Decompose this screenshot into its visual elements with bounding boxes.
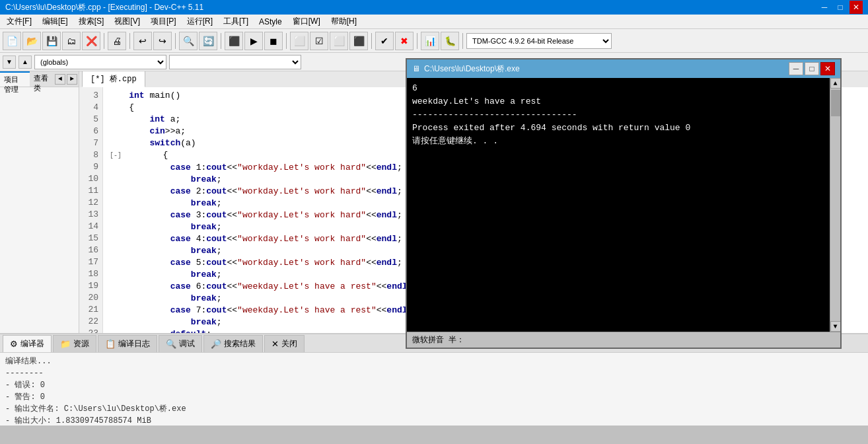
compile-btn[interactable]: ✔ [375,32,394,50]
menu-view[interactable]: 视图[V] [110,15,144,28]
tab-project-manager[interactable]: 项目管理 [0,71,30,87]
compile-log-tab-label: 编译日志 [118,338,150,350]
separator-6 [371,33,372,49]
menu-astyle[interactable]: AStyle [255,16,286,28]
menu-help[interactable]: 帮助[H] [327,15,361,28]
menu-edit[interactable]: 编辑[E] [38,15,72,28]
console-scrollbar[interactable]: ▲ ▼ [830,78,840,332]
collapse-icon[interactable]: [-] [110,152,122,159]
scroll-up-arrow[interactable]: ▲ [830,78,841,89]
bottom-tab-compiler[interactable]: ⚙ 编译器 [3,335,52,352]
replace-button[interactable]: 🔄 [199,32,217,50]
bottom-tab-debug[interactable]: 🔍 调试 [159,335,202,352]
menu-search[interactable]: 搜索[S] [75,15,108,28]
close-file-button[interactable]: ❌ [82,32,100,50]
toolbar: 📄 📂 💾 🗂 ❌ 🖨 ↩ ↪ 🔍 🔄 ⬛ ▶ ◼ ⬜ ☑ ⬜ ⬛ ✔ ✖ 📊 … [0,29,868,53]
open-button[interactable]: 📂 [22,32,41,50]
line-number: 11 [83,185,98,197]
run-btn[interactable]: ✖ [395,32,414,50]
title-bar: C:\Users\lu\Desktop\桥.cpp - [Executing] … [0,0,868,15]
debug-btn[interactable]: 🐛 [441,32,459,50]
search-results-tab-label: 搜索结果 [224,338,256,350]
line-number: 12 [83,197,98,209]
line-number: 15 [83,233,98,244]
bottom-tab-compile-log[interactable]: 📋 编译日志 [98,335,157,352]
tb-bookmark2[interactable]: ▲ [18,56,32,69]
close-button[interactable]: ✕ [850,1,863,14]
scroll-thumb[interactable] [831,90,840,116]
undo-button[interactable]: ↩ [133,32,152,50]
globals-dropdown[interactable]: (globals) [34,55,166,69]
tb11[interactable]: ⬛ [349,32,368,50]
output-line: 编译结果... [5,355,863,367]
keyword: cout [206,258,227,268]
line-numbers: 3456789101112131415161718192021222324252… [79,87,103,333]
separator-1 [104,33,104,49]
tb10[interactable]: ⬜ [330,32,348,50]
save-button[interactable]: 💾 [42,32,61,50]
keyword: endl [377,210,397,220]
tb-bookmark1[interactable]: ▼ [3,56,16,69]
compiler-select[interactable]: TDM-GCC 4.9.2 64-bit Release [466,33,612,49]
tb9[interactable]: ☑ [310,32,328,50]
bottom-tab-close[interactable]: ✕ 关闭 [264,335,305,352]
keyword: endl [377,258,397,268]
profile-btn[interactable]: 📊 [421,32,439,50]
menu-window[interactable]: 窗口[W] [289,15,324,28]
string-literal: "workday.Let's work hard" [237,234,366,244]
line-number: 18 [83,268,98,280]
menu-run[interactable]: 运行[R] [183,15,217,28]
tb5[interactable]: ⬛ [225,32,243,50]
string-literal: "workday.Let's work hard" [237,186,366,196]
console-icon: 🖥 [412,64,420,73]
line-number: 5 [83,114,98,126]
bottom-tab-search[interactable]: 🔎 搜索结果 [203,335,263,352]
tab-class-view[interactable]: 查看类 [30,71,54,87]
keyword: break [191,270,217,279]
separator-2 [129,33,130,49]
menu-tools[interactable]: 工具[T] [219,15,252,28]
func-dropdown[interactable] [169,55,301,69]
console-maximize-button[interactable]: □ [805,62,819,75]
bottom-output: 编译结果...--------- 错误: 0- 警告: 0- 输出文件名: C:… [0,353,868,426]
bottom-tab-resources[interactable]: 📁 资源 [53,335,96,352]
keyword: cin [149,126,164,136]
resources-tab-label: 资源 [73,338,89,350]
keyword: endl [377,186,397,196]
print-button[interactable]: 🖨 [108,32,126,50]
save-all-button[interactable]: 🗂 [62,32,81,50]
minimize-button[interactable]: ─ [818,1,831,14]
menu-project[interactable]: 项目[P] [147,15,180,28]
new-button[interactable]: 📄 [3,32,21,50]
nav-left-arrow[interactable]: ◄ [55,74,65,85]
compiler-tab-label: 编译器 [20,338,44,350]
output-line: - 输出大小: 1.83309745788574 MiB [5,415,863,426]
find-button[interactable]: 🔍 [179,32,198,50]
menu-file[interactable]: 文件[F] [3,15,36,28]
editor-tab-bridge[interactable]: [*] 桥.cpp [82,71,145,87]
nav-right-arrow[interactable]: ► [67,74,77,85]
console-output-line: weekday.Let's have a rest [412,95,824,108]
separator-4 [221,33,221,49]
console-body: 6weekday.Let's have a rest -------------… [407,78,830,332]
string-literal: "weekday.Let's have a rest" [237,281,377,291]
line-number: 4 [83,102,98,114]
output-line: - 输出文件名: C:\Users\lu\Desktop\桥.exe [5,403,863,415]
keyword: int [129,91,144,100]
tb7[interactable]: ◼ [264,32,283,50]
console-minimize-button[interactable]: ─ [789,62,803,75]
tb6[interactable]: ▶ [244,32,263,50]
keyword: cout [206,281,227,291]
console-output-line: 6 [412,82,824,95]
console-ime-text: 微软拼音 半： [412,334,464,346]
redo-button[interactable]: ↪ [153,32,172,50]
keyword: cout [206,186,227,196]
line-number: 20 [83,292,98,304]
line-number: 13 [83,209,98,221]
scroll-down-arrow[interactable]: ▼ [830,321,841,332]
compiler-icon: ⚙ [10,339,18,349]
tb8[interactable]: ⬜ [290,32,308,50]
maximize-button[interactable]: □ [834,1,847,14]
title-bar-controls: ─ □ ✕ [818,1,863,14]
console-close-button[interactable]: ✕ [820,62,835,75]
